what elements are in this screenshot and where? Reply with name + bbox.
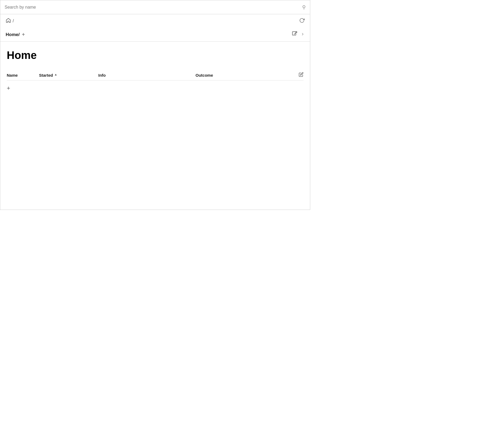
breadcrumb-separator: / — [13, 19, 14, 23]
add-child-button[interactable]: + — [22, 31, 25, 38]
breadcrumb-left: / — [6, 18, 14, 24]
home-path-left: Home/ + — [6, 31, 25, 38]
column-name-header: Name — [7, 73, 39, 77]
main-content: Home Name Started Info Outcome — [0, 42, 310, 103]
sort-ascending-icon — [54, 73, 57, 77]
table-header: Name Started Info Outcome — [7, 70, 304, 80]
breadcrumb-bar: / — [0, 14, 310, 28]
started-label: Started — [39, 73, 53, 77]
chevron-right-icon[interactable] — [301, 32, 305, 37]
home-icon[interactable] — [6, 18, 11, 24]
page-title: Home — [7, 49, 304, 61]
search-icon: ⚲ — [302, 4, 306, 10]
add-row-label: + — [7, 85, 10, 92]
refresh-icon[interactable] — [299, 18, 305, 24]
search-bar: ⚲ — [0, 0, 310, 14]
edit-icon[interactable] — [299, 72, 304, 78]
add-row-button[interactable]: + — [7, 82, 304, 95]
home-path-bar: Home/ + — [0, 28, 310, 42]
search-input[interactable] — [5, 5, 302, 10]
column-started-header[interactable]: Started — [39, 73, 98, 77]
home-path-title: Home/ — [6, 32, 20, 37]
svg-marker-2 — [55, 74, 57, 76]
data-table: Name Started Info Outcome — [7, 70, 304, 95]
column-info-header: Info — [98, 73, 196, 77]
external-link-icon[interactable] — [292, 31, 298, 38]
column-outcome-header: Outcome — [196, 73, 293, 77]
home-path-right — [292, 31, 305, 38]
svg-line-1 — [294, 32, 297, 34]
column-edit-header — [293, 72, 304, 78]
